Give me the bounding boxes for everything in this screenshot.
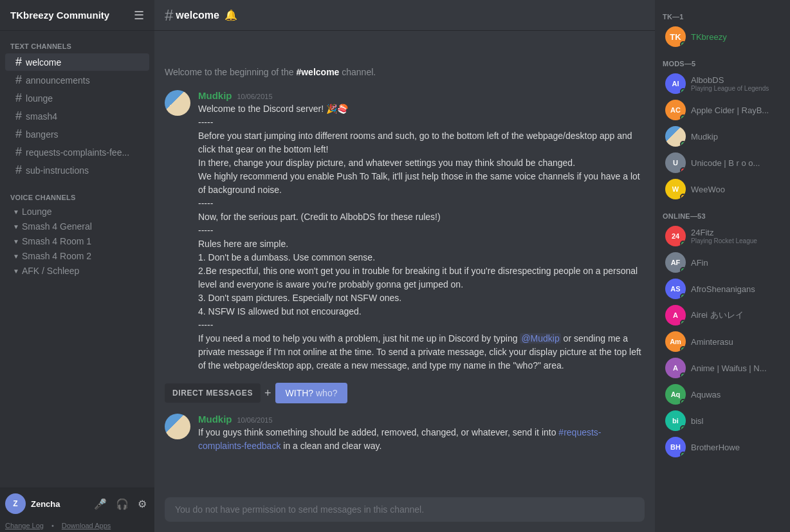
voice-channel-smash4general[interactable]: ▼ Smash 4 General	[5, 219, 149, 234]
chevron-down-icon: ▼	[13, 268, 19, 275]
member-subtext: Playing League of Legends	[691, 85, 769, 92]
dm-plus-button[interactable]: +	[264, 387, 271, 400]
dm-with-label: WITH?	[286, 388, 316, 398]
voice-channel-smash4room1[interactable]: ▼ Smash 4 Room 1	[5, 234, 149, 248]
channel-start-message: Welcome to the beginning of the #welcome…	[165, 41, 645, 77]
message-input	[165, 497, 645, 522]
member-item-albobds[interactable]: Al AlbobDS Playing League of Legends	[657, 71, 787, 96]
channel-name-requests: requests-complaints-fee...	[26, 147, 129, 158]
microphone-icon[interactable]: 🎤	[91, 497, 109, 511]
member-avatar: A	[665, 358, 686, 378]
channel-start-name: #welcome	[296, 67, 339, 77]
member-item-aminterasu[interactable]: Am Aminterasu	[657, 329, 787, 354]
status-indicator	[680, 115, 686, 120]
voice-channel-name-lounge: Lounge	[22, 206, 52, 217]
channel-item-lounge[interactable]: # lounge	[5, 89, 149, 107]
message-header: Mudkip 10/06/2015	[198, 90, 645, 101]
message-group: Mudkip 10/06/2015 If you guys think some…	[165, 414, 645, 453]
member-item-unicode[interactable]: U Unicode | B r o o...	[657, 150, 787, 176]
avatar-initial: 24	[672, 232, 679, 240]
member-item-airei[interactable]: A Airei あいレイ	[657, 302, 787, 328]
member-item-mudkip[interactable]: Mudkip	[657, 124, 787, 149]
message-avatar	[165, 414, 190, 439]
hash-icon: #	[15, 127, 22, 141]
user-actions: 🎤 🎧 ⚙	[91, 497, 149, 511]
member-item-afin[interactable]: AF AFin	[657, 250, 787, 275]
member-name: WeeWoo	[691, 185, 725, 194]
member-avatar: AC	[665, 100, 686, 120]
hash-icon: #	[15, 109, 22, 123]
channel-name-announcements: announcements	[26, 75, 90, 86]
voice-channel-name-afk: AFK / Schleep	[22, 266, 80, 276]
channel-item-sub-instructions[interactable]: # sub-instructions	[5, 161, 149, 179]
channel-item-requests[interactable]: # requests-complaints-fee...	[5, 143, 149, 161]
voice-channels-label: Voice Channels	[0, 182, 154, 204]
server-header[interactable]: TKbreezy Community ☰	[0, 0, 154, 31]
hash-icon: #	[15, 73, 22, 87]
voice-channel-lounge[interactable]: ▼ Lounge	[5, 205, 149, 219]
member-avatar: AF	[665, 252, 686, 273]
mention: @Mudkip	[520, 333, 560, 344]
voice-channel-name-smash4room1: Smash 4 Room 1	[22, 236, 91, 246]
message-text: If you guys think something should be ad…	[198, 426, 645, 453]
member-name: Anime | Waifus | N...	[691, 363, 767, 373]
messages-area: Welcome to the beginning of the #welcome…	[154, 31, 655, 490]
member-info: 24Fitz Playing Rocket League	[691, 228, 757, 244]
avatar-initial: Am	[670, 338, 681, 345]
channel-item-bangers[interactable]: # bangers	[5, 125, 149, 143]
status-indicator	[680, 293, 686, 299]
member-name: Aminterasu	[691, 337, 733, 347]
status-indicator	[680, 194, 686, 199]
dm-label: DIRECT MESSAGES	[165, 383, 261, 403]
avatar-initial: Al	[672, 80, 679, 87]
member-item-applecider[interactable]: AC Apple Cider | RayB...	[657, 97, 787, 123]
username: Zencha	[31, 499, 91, 509]
channel-header: # welcome 🔔	[154, 0, 655, 31]
hamburger-icon: ☰	[134, 8, 144, 23]
member-item-weewoo[interactable]: W WeeWoo	[657, 176, 787, 202]
member-info: Anime | Waifus | N...	[691, 363, 767, 373]
channel-item-smash4[interactable]: # smash4	[5, 107, 149, 125]
status-indicator	[680, 372, 686, 378]
channel-name-smash4: smash4	[26, 111, 57, 122]
member-avatar: BH	[665, 437, 686, 457]
dm-who-text: who?	[316, 388, 337, 398]
member-item-tkbreezy[interactable]: TK TKbreezy	[657, 24, 787, 50]
message-author: Mudkip	[198, 414, 232, 425]
separator: •	[51, 522, 54, 529]
member-item-afroshenanigans[interactable]: AS AfroShenanigans	[657, 276, 787, 302]
bell-icon[interactable]: 🔔	[225, 9, 237, 21]
member-name: AlbobDS	[691, 75, 769, 85]
message-avatar	[165, 90, 190, 116]
changelog-link[interactable]: Change Log	[5, 522, 44, 529]
status-indicator	[680, 320, 686, 326]
member-avatar: bi	[665, 410, 686, 431]
server-title: TKbreezy Community	[10, 10, 109, 21]
member-item-aquwas[interactable]: Aq Aquwas	[657, 381, 787, 407]
member-item-brotherhowe[interactable]: BH BrotherHowe	[657, 434, 787, 460]
member-name: AfroShenanigans	[691, 284, 755, 294]
channel-name-lounge: lounge	[26, 93, 53, 104]
member-name: 24Fitz	[691, 228, 757, 237]
voice-channel-smash4room2[interactable]: ▼ Smash 4 Room 2	[5, 249, 149, 263]
voice-channel-afk[interactable]: ▼ AFK / Schleep	[5, 264, 149, 278]
dm-with-box: WITH? who?	[275, 383, 348, 403]
settings-icon[interactable]: ⚙	[135, 497, 149, 511]
member-avatar: U	[665, 152, 686, 173]
member-item-anime[interactable]: A Anime | Waifus | N...	[657, 355, 787, 381]
status-indicator	[680, 141, 686, 147]
message-header: Mudkip 10/06/2015	[198, 414, 645, 425]
headphone-icon[interactable]: 🎧	[113, 497, 131, 511]
avatar-initial: A	[673, 311, 678, 319]
member-item-24fitz[interactable]: 24 24Fitz Playing Rocket League	[657, 223, 787, 249]
download-apps-link[interactable]: Download Apps	[62, 522, 111, 529]
channel-item-announcements[interactable]: # announcements	[5, 71, 149, 89]
mods-section-label: MODS—5	[655, 55, 790, 70]
channel-link[interactable]: #requests-complaints-feedback	[198, 427, 602, 451]
member-name: BrotherHowe	[691, 443, 740, 452]
chevron-down-icon: ▼	[13, 238, 19, 245]
status-indicator	[680, 346, 686, 352]
member-item-bisl[interactable]: bi bisl	[657, 408, 787, 434]
member-info: Airei あいレイ	[691, 309, 744, 321]
channel-item-welcome[interactable]: # welcome	[5, 53, 149, 71]
